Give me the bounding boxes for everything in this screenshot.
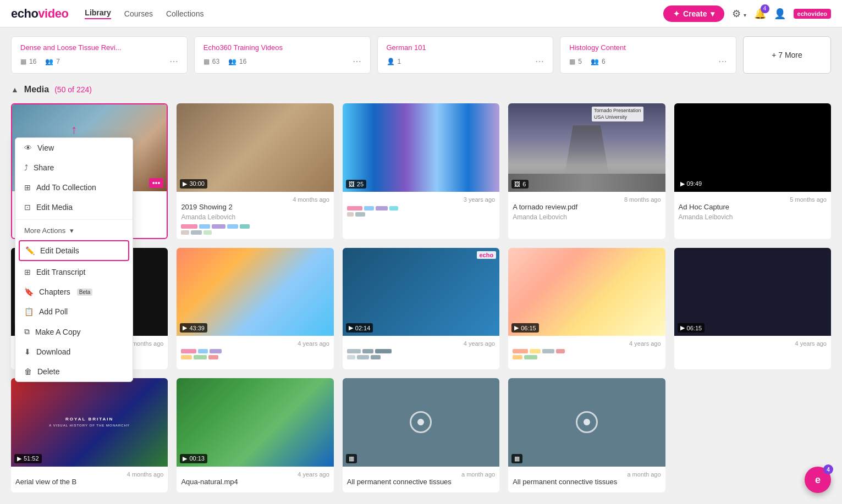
users-meta-1: 👥 7 <box>45 58 60 65</box>
media-card-9[interactable]: ▶ 06:15 4 years ago <box>508 248 665 370</box>
duration-12: 00:13 <box>189 455 205 462</box>
media-count: (50 of 224) <box>54 85 92 94</box>
users-meta-3: 👤 1 <box>387 58 401 65</box>
eye-icon: 👁 <box>24 143 32 152</box>
menu-item-delete[interactable]: 🗑 Delete <box>15 362 133 381</box>
logo[interactable]: echovideo <box>11 7 68 21</box>
pencil-icon: ✏️ <box>25 246 35 255</box>
menu-dots-1[interactable]: ••• <box>149 178 164 188</box>
notifications-button[interactable]: 🔔 4 <box>754 8 766 20</box>
more-icon-1[interactable]: ⋯ <box>169 56 178 67</box>
duration-9: 06:15 <box>521 325 536 331</box>
media-title: Media <box>24 85 49 95</box>
play-icon-5: ▶ <box>680 180 685 187</box>
avatar[interactable]: echovideo <box>794 9 831 19</box>
slides-meta-1: ▦ 16 <box>20 58 36 65</box>
user-icon-4: 👥 <box>591 58 599 65</box>
more-actions-toggle[interactable]: More Actions ▾ <box>15 222 133 239</box>
duration-7: 43:39 <box>189 325 205 331</box>
media-card-11[interactable]: ROYAL BRITAINA VISUAL HISTORY OF THE MON… <box>11 378 168 492</box>
slides-icon-1: ▦ <box>20 58 26 65</box>
notification-badge: 4 <box>761 4 769 13</box>
time-ago-11: 4 months ago <box>15 471 163 478</box>
menu-item-chapters[interactable]: 🔖 Chapters Beta <box>15 282 133 302</box>
count-4: 6 <box>522 181 526 187</box>
share-icon: ⤴ <box>24 163 28 172</box>
media-name-13: All permanent connective tissues <box>347 478 495 486</box>
media-name-11: Aerial view of the B <box>15 478 163 486</box>
collection-title-3: German 101 <box>387 43 544 52</box>
media-card-5[interactable]: ▶ 09:49 5 months ago Ad Hoc Capture Aman… <box>674 103 831 239</box>
menu-item-add-collection[interactable]: ⊞ Add To Collection <box>15 178 133 197</box>
media-name-5: Ad Hoc Capture <box>679 203 827 211</box>
media-card-14[interactable]: ▦ a month ago All permanent connective t… <box>508 378 665 492</box>
user-menu-button[interactable]: 👤 <box>774 8 786 20</box>
duration-2: 30:00 <box>189 180 205 187</box>
media-card-1[interactable]: ▶ 29:59 ••• ↑ 👁 View ⤴ Share <box>11 103 168 239</box>
time-ago-8: 4 years ago <box>347 340 495 347</box>
gear-icon: ⚙ <box>732 8 741 19</box>
transcript-icon: ⊞ <box>24 268 31 276</box>
media-name-4: A tornado review.pdf <box>513 203 661 211</box>
nav-library[interactable]: Library <box>85 8 111 19</box>
menu-item-view[interactable]: 👁 View <box>15 138 133 158</box>
menu-item-share[interactable]: ⤴ Share <box>15 158 133 178</box>
play-icon-7: ▶ <box>183 324 187 331</box>
fab-button[interactable]: e 4 <box>805 467 831 493</box>
thumbnail-14: ▦ <box>508 378 665 467</box>
header-right: ✦ Create ▾ ⚙ ▾ 🔔 4 👤 echovideo <box>663 5 831 22</box>
logo-video: video <box>38 7 68 21</box>
collection-card-3[interactable]: German 101 👤 1 ⋯ <box>377 36 554 74</box>
user-icon-1: 👥 <box>45 58 53 65</box>
header: echovideo Library Courses Collections ✦ … <box>0 0 842 27</box>
more-collections-button[interactable]: + 7 More <box>743 36 831 74</box>
collections-row: Dense and Loose Tissue Revi... ▦ 16 👥 7 … <box>11 36 831 74</box>
media-name-2: 2019 Showing 2 <box>181 203 329 211</box>
image-icon-4: 🖼 <box>514 181 520 187</box>
media-section-header: ▲ Media (50 of 224) <box>11 85 831 95</box>
beta-badge: Beta <box>77 289 93 296</box>
create-button[interactable]: ✦ Create ▾ <box>663 5 724 22</box>
media-card-2[interactable]: ▶ 30:00 4 months ago 2019 Showing 2 Aman… <box>177 103 333 239</box>
collection-card-1[interactable]: Dense and Loose Tissue Revi... ▦ 16 👥 7 … <box>11 36 188 74</box>
settings-button[interactable]: ⚙ ▾ <box>732 8 746 20</box>
thumbnail-4: Tornado PresentationUSA University 🖼 6 <box>508 103 665 192</box>
media-card-12[interactable]: ▶ 00:13 4 years ago Aqua-natural.mp4 <box>177 378 333 492</box>
thumbnail-10: ▶ 06:15 <box>674 248 831 336</box>
collection-card-4[interactable]: Histology Content ▦ 5 👥 6 ⋯ <box>560 36 736 74</box>
menu-item-download[interactable]: ⬇ Download <box>15 342 133 362</box>
media-card-13[interactable]: ▦ a month ago All permanent connective t… <box>343 378 499 492</box>
collection-card-2[interactable]: Echo360 Training Videos ▦ 63 👥 16 ⋯ <box>194 36 371 74</box>
media-card-3[interactable]: 🖼 25 3 years ago <box>343 103 499 239</box>
user-icon-2: 👥 <box>228 58 236 65</box>
menu-item-edit-media[interactable]: ⊡ Edit Media <box>15 197 133 217</box>
more-icon-2[interactable]: ⋯ <box>353 56 361 67</box>
chapters-icon: 🔖 <box>24 287 34 296</box>
image-icon-3: 🖼 <box>349 181 355 187</box>
menu-item-add-poll[interactable]: 📋 Add Poll <box>15 302 133 322</box>
menu-item-make-copy[interactable]: ⧉ Make A Copy <box>15 322 133 342</box>
collapse-media-button[interactable]: ▲ <box>11 85 19 94</box>
count-3: 25 <box>357 181 364 187</box>
red-arrow: ↑ <box>71 124 77 136</box>
duration-8: 02:14 <box>355 325 371 331</box>
menu-item-edit-transcript[interactable]: ⊞ Edit Transcript <box>15 262 133 282</box>
thumbnail-11: ROYAL BRITAINA VISUAL HISTORY OF THE MON… <box>11 378 168 467</box>
user-icon: 👤 <box>774 8 786 19</box>
nav-collections[interactable]: Collections <box>166 9 203 18</box>
thumbnail-12: ▶ 00:13 <box>177 378 333 467</box>
more-icon-3[interactable]: ⋯ <box>535 56 544 67</box>
poll-icon: 📋 <box>24 307 34 316</box>
play-icon-2: ▶ <box>183 180 187 187</box>
play-icon-12: ▶ <box>183 455 187 462</box>
nav-courses[interactable]: Courses <box>124 9 153 18</box>
media-author-5: Amanda Leibovich <box>679 213 827 221</box>
more-icon-4[interactable]: ⋯ <box>718 56 727 67</box>
media-card-7[interactable]: ▶ 43:39 4 years ago <box>177 248 333 370</box>
menu-item-edit-details[interactable]: ✏️ Edit Details <box>19 240 129 261</box>
thumbnail-8: echo ▶ 02:14 <box>343 248 499 336</box>
media-card-4[interactable]: Tornado PresentationUSA University 🖼 6 8… <box>508 103 665 239</box>
media-card-8[interactable]: echo ▶ 02:14 4 years ago <box>343 248 499 370</box>
media-card-10[interactable]: ▶ 06:15 4 years ago <box>674 248 831 370</box>
copy-icon: ⧉ <box>24 327 30 336</box>
